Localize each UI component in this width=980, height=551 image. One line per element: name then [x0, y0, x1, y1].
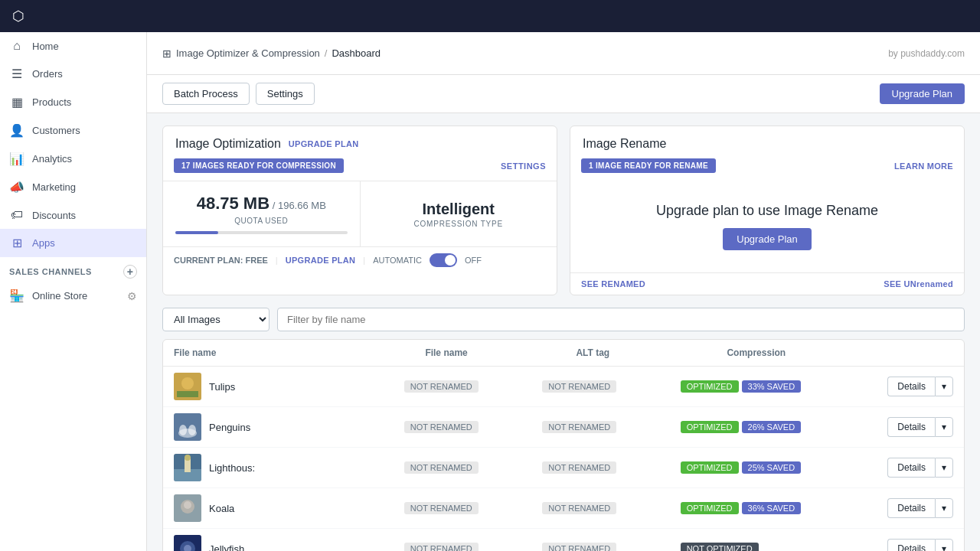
details-button[interactable]: Details [887, 539, 935, 551]
alttag-cell: NOT RENAMED [542, 421, 680, 433]
details-button[interactable]: Details [887, 458, 935, 478]
sidebar-label-apps: Apps [32, 237, 55, 249]
top-bar: ⬡ [0, 0, 980, 32]
automatic-toggle[interactable] [430, 253, 457, 267]
sidebar-item-orders[interactable]: ☰ Orders [0, 60, 146, 88]
rename-body: Upgrade plan to use Image Rename Upgrade… [570, 181, 964, 272]
file-name: Jellyfish [209, 543, 244, 552]
image-opt-settings-link[interactable]: SETTINGS [501, 161, 546, 171]
toolbar-left: Batch Process Settings [162, 83, 315, 105]
image-opt-top-bar: 17 IMAGES READY FOR COMPRESSION SETTINGS [163, 151, 557, 181]
rename-upgrade-button[interactable]: Upgrade Plan [723, 228, 812, 250]
add-sales-channel-button[interactable]: + [123, 265, 137, 279]
file-thumb [174, 413, 201, 441]
table-row: Jellyfish NOT RENAMED NOT RENAMED NOT OP… [163, 529, 964, 551]
quota-bar [175, 231, 348, 234]
upgrade-plan-button[interactable]: Upgrade Plan [880, 83, 965, 104]
image-opt-title: Image Optimization [175, 137, 281, 151]
action-cell: Details ▾ [887, 377, 953, 396]
svg-point-5 [179, 425, 187, 435]
sidebar-item-home[interactable]: ⌂ Home [0, 32, 146, 60]
rename-footer: SEE RENAMED SEE UNrenamed [570, 272, 964, 295]
content-header: ⊞ Image Optimizer & Compression / Dashbo… [147, 32, 980, 75]
customers-icon: 👤 [9, 123, 24, 138]
filename-tag: NOT RENAMED [404, 421, 479, 433]
sidebar-item-products[interactable]: ▦ Products [0, 88, 146, 116]
svg-point-10 [185, 455, 191, 461]
sidebar-label-analytics: Analytics [32, 153, 72, 165]
table-row: Lighthous: NOT RENAMED NOT RENAMED OPTIM… [163, 448, 964, 488]
dropdown-button[interactable]: ▾ [935, 377, 953, 396]
cards-row: Image Optimization UPGRADE PLAN 17 IMAGE… [147, 113, 980, 308]
status-tag: OPTIMIZED [681, 502, 739, 514]
marketing-icon: 📣 [9, 180, 24, 194]
learn-more-link[interactable]: LEARN MORE [894, 161, 953, 171]
alttag-cell: NOT RENAMED [542, 543, 680, 551]
image-rename-title: Image Rename [583, 137, 666, 151]
alttag-cell: NOT RENAMED [542, 502, 680, 514]
sidebar-item-discounts[interactable]: 🏷 Discounts [0, 201, 146, 229]
dropdown-button[interactable]: ▾ [935, 498, 953, 518]
details-button[interactable]: Details [887, 417, 935, 437]
logo-icon: ⬡ [12, 8, 24, 24]
table-row: Tulips NOT RENAMED NOT RENAMED OPTIMIZED… [163, 367, 964, 407]
current-plan-label: CURRENT PLAN: FREE [174, 256, 268, 265]
sidebar: ⌂ Home ☰ Orders ▦ Products 👤 Customers 📊… [0, 32, 147, 551]
svg-rect-2 [177, 391, 198, 397]
breadcrumb-current: Dashboard [332, 47, 381, 59]
sidebar-item-apps[interactable]: ⊞ Apps [0, 229, 146, 257]
col-alttag: ALT tag [576, 347, 727, 358]
compression-cell: OPTIMIZED 33% SAVED [681, 380, 888, 393]
file-thumb [174, 494, 201, 522]
toggle-knob [445, 255, 456, 266]
filename-tag: NOT RENAMED [404, 543, 479, 551]
image-opt-upgrade-link[interactable]: UPGRADE PLAN [289, 139, 359, 148]
status-tag: OPTIMIZED [681, 380, 739, 393]
status-tag: OPTIMIZED [681, 461, 739, 474]
quota-total: / 196.66 MB [273, 200, 326, 211]
image-opt-body: 48.75 MB / 196.66 MB QUOTA USED Intellig… [163, 181, 557, 246]
by-label: by pushdaddy.com [888, 48, 965, 59]
svg-point-1 [181, 377, 194, 390]
file-name: Lighthous: [209, 462, 255, 474]
details-button[interactable]: Details [887, 377, 935, 396]
sidebar-item-marketing[interactable]: 📣 Marketing [0, 173, 146, 201]
saved-tag: 33% SAVED [742, 380, 802, 393]
action-cell: Details ▾ [887, 417, 953, 437]
batch-process-button[interactable]: Batch Process [162, 83, 250, 105]
action-cell: Details ▾ [887, 539, 953, 551]
footer-upgrade-link[interactable]: UPGRADE PLAN [286, 256, 356, 265]
compression-cell: NOT OPTIMIZED [681, 543, 888, 551]
file-name-filter-input[interactable] [277, 308, 965, 331]
online-store-icon: 🏪 [9, 289, 24, 303]
sidebar-label-orders: Orders [32, 68, 63, 80]
table-row: Koala NOT RENAMED NOT RENAMED OPTIMIZED … [163, 488, 964, 529]
sidebar-item-customers[interactable]: 👤 Customers [0, 116, 146, 145]
sidebar-label-marketing: Marketing [32, 181, 76, 193]
file-thumb [174, 535, 201, 551]
saved-tag: 26% SAVED [742, 421, 802, 433]
quota-section: 48.75 MB / 196.66 MB QUOTA USED [163, 181, 361, 246]
alt-tag: NOT RENAMED [542, 543, 616, 551]
see-renamed-link[interactable]: SEE RENAMED [581, 279, 645, 289]
content-area: ⊞ Image Optimizer & Compression / Dashbo… [147, 32, 980, 551]
dropdown-button[interactable]: ▾ [935, 539, 953, 551]
image-filter-select[interactable]: All Images Optimized Not Optimized [162, 308, 270, 331]
image-rename-top-bar: 1 IMAGE READY FOR RENAME LEARN MORE [570, 151, 964, 181]
status-tag: NOT OPTIMIZED [681, 543, 759, 551]
filename-tag-cell: NOT RENAMED [404, 461, 542, 474]
alt-tag: NOT RENAMED [542, 421, 616, 433]
quota-used-size: 48.75 MB [197, 194, 270, 213]
file-name: Koala [209, 503, 234, 514]
dropdown-button[interactable]: ▾ [935, 458, 953, 478]
sales-channels-label: SALES CHANNELS [9, 267, 92, 276]
settings-button[interactable]: Settings [256, 83, 315, 105]
sidebar-item-analytics[interactable]: 📊 Analytics [0, 145, 146, 173]
breadcrumb-app: Image Optimizer & Compression [176, 47, 320, 59]
details-button[interactable]: Details [887, 498, 935, 518]
sidebar-item-online-store[interactable]: 🏪 Online Store ⚙ [0, 282, 146, 310]
filename-tag-cell: NOT RENAMED [404, 421, 542, 433]
table-header: File name File name ALT tag Compression [163, 340, 964, 367]
dropdown-button[interactable]: ▾ [935, 417, 953, 437]
see-unrenammed-link[interactable]: SEE UNrenamed [884, 279, 953, 289]
